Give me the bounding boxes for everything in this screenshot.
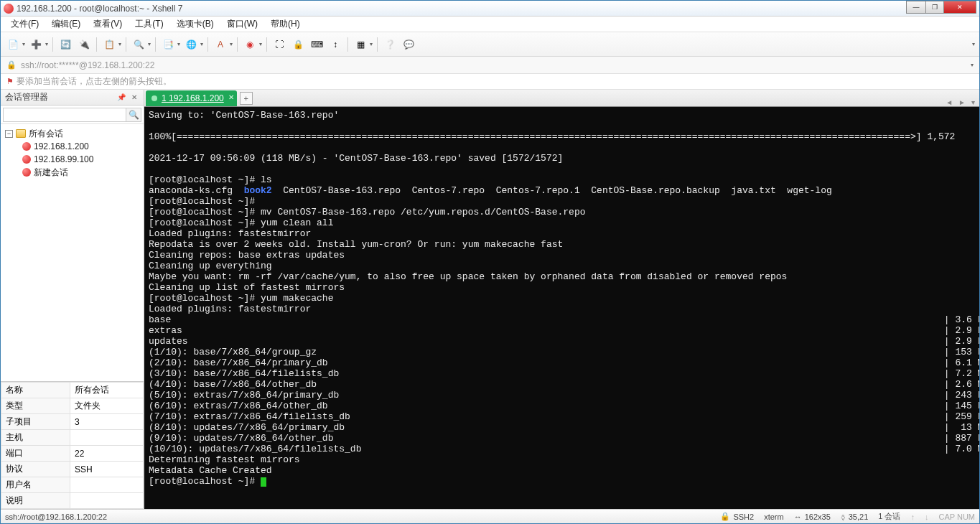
status-session-count: 1 会话 [878,511,900,522]
help-button[interactable]: ❔ [382,37,398,52]
fullscreen-button[interactable]: ⛶ [271,37,287,52]
close-button[interactable]: ✕ [943,1,976,14]
prop-value [70,430,144,446]
tile-button[interactable]: ▦ [353,37,368,52]
status-cursor-pos: ⎀ 35,21 [841,513,869,521]
status-caps: CAP NUM [938,513,975,521]
hint-text: 要添加当前会话，点击左侧的箭头按钮。 [17,75,172,88]
minimize-button[interactable]: — [906,1,926,14]
prop-key: 主机 [1,430,70,446]
prop-value [70,493,144,509]
prop-key: 协议 [1,462,70,477]
status-bar: ssh://root@192.168.1.200:22 🔒 SSH2 xterm… [1,509,979,523]
tab-bar: 1 192.168.1.200 ✕ + ◄ ► ▾ [144,90,979,107]
session-search-input[interactable] [3,108,126,122]
tab-label: 1 192.168.1.200 [162,93,224,103]
session-manager-panel: 会话管理器 📌 ✕ 🔍 − 所有会话 192.168.1.200192.168.… [1,90,144,509]
chat-button[interactable]: 💬 [401,37,416,52]
panel-header: 会话管理器 📌 ✕ [1,90,144,106]
lock-button[interactable]: 🔒 [290,37,306,52]
app-icon [4,4,14,14]
session-icon [22,142,31,151]
address-dropdown-icon[interactable]: ▾ [971,62,974,68]
menu-item[interactable]: 文件(F) [5,17,45,32]
menu-item[interactable]: 窗口(W) [221,17,263,32]
status-down-icon: ↓ [925,513,929,521]
menu-item[interactable]: 编辑(E) [46,17,86,32]
tree-session-item[interactable]: 192.168.1.200 [2,140,142,153]
tab-session[interactable]: 1 192.168.1.200 ✕ [146,90,237,106]
menu-item[interactable]: 工具(T) [129,17,169,32]
session-icon [22,155,31,164]
folder-icon [16,129,26,138]
status-term: xterm [764,513,784,521]
menubar: 文件(F)编辑(E)查看(V)工具(T)选项卡(B)窗口(W)帮助(H) [1,17,979,32]
prop-value: 22 [70,446,144,462]
xagent-button[interactable]: ◉ [242,37,258,52]
transfer-button[interactable]: ↕ [327,37,343,52]
session-label: 新建会话 [34,167,68,179]
session-icon [22,168,31,177]
prop-value: SSH [70,462,144,477]
tree-root[interactable]: − 所有会话 [2,127,142,140]
search-button[interactable]: 🔍 [126,108,141,122]
toolbar-overflow-icon[interactable]: ▾ [972,41,975,47]
prop-key: 类型 [1,398,70,414]
flag-icon: ⚑ [6,77,14,86]
prop-key: 端口 [1,446,70,462]
tab-status-icon [151,95,157,101]
terminal[interactable]: Saving to: 'CentOS7-Base-163.repo' 100%[… [144,107,979,509]
session-label: 192.168.99.100 [34,154,93,164]
titlebar: 192.168.1.200 - root@localhost:~ - Xshel… [1,1,979,17]
pin-button[interactable]: 📌 [116,93,126,103]
session-tree[interactable]: − 所有会话 192.168.1.200192.168.99.100新建会话 [1,124,144,381]
toolbar: 📄▾ ➕▾ 🔄 🔌 📋▾ 🔍▾ 📑▾ 🌐▾ A▾ ◉▾ ⛶ 🔒 ⌨ ↕ ▦▾ ❔… [1,32,979,57]
paste-button[interactable]: 📑 [160,37,176,52]
address-bar[interactable]: 🔒 ssh://root:******@192.168.1.200:22 ▾ [1,57,979,74]
tree-root-label: 所有会话 [29,128,63,140]
prop-value: 文件夹 [70,398,144,414]
font-button[interactable]: A [213,37,228,52]
maximize-button[interactable]: ❐ [925,1,944,14]
tab-menu-icon[interactable]: ▾ [969,98,978,106]
prop-value [70,477,144,493]
globe-button[interactable]: 🌐 [183,37,199,52]
status-ssh: 🔒 SSH2 [720,512,754,521]
session-label: 192.168.1.200 [34,141,89,151]
status-connection: ssh://root@192.168.1.200:22 [5,513,107,521]
status-size: ↔ 162x35 [794,513,831,521]
keyboard-button[interactable]: ⌨ [309,37,325,52]
menu-item[interactable]: 查看(V) [88,17,128,32]
hint-bar: ⚑ 要添加当前会话，点击左侧的箭头按钮。 [1,74,979,90]
panel-title: 会话管理器 [5,91,48,103]
lock-icon: 🔒 [6,60,17,70]
status-up-icon: ↑ [910,513,915,521]
prop-value: 3 [70,414,144,430]
tree-toggle-icon[interactable]: − [5,130,13,138]
prop-key: 子项目 [1,414,70,430]
menu-item[interactable]: 帮助(H) [265,17,306,32]
prop-key: 名称 [1,383,70,398]
session-properties: 名称所有会话类型文件夹子项目3主机端口22协议SSH用户名说明 [1,381,144,509]
tab-close-icon[interactable]: ✕ [228,93,234,101]
prop-key: 用户名 [1,477,70,493]
tree-session-item[interactable]: 新建会话 [2,166,142,179]
window-title: 192.168.1.200 - root@localhost:~ - Xshel… [17,4,907,14]
prop-value: 所有会话 [70,383,144,398]
add-tab-button[interactable]: + [240,92,253,105]
find-button[interactable]: 🔍 [131,37,146,52]
panel-close-button[interactable]: ✕ [129,93,139,103]
tab-prev-icon[interactable]: ◄ [943,98,956,106]
disconnect-button[interactable]: 🔌 [76,37,92,52]
reconnect-button[interactable]: 🔄 [57,37,73,52]
open-button[interactable]: ➕ [28,37,44,52]
new-session-button[interactable]: 📄 [5,37,21,52]
menu-item[interactable]: 选项卡(B) [171,17,220,32]
tab-next-icon[interactable]: ► [956,98,969,106]
copy-button[interactable]: 📋 [101,37,117,52]
tree-session-item[interactable]: 192.168.99.100 [2,153,142,166]
address-text: ssh://root:******@192.168.1.200:22 [21,60,154,70]
prop-key: 说明 [1,493,70,509]
